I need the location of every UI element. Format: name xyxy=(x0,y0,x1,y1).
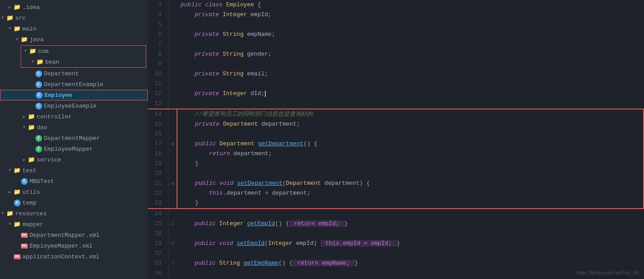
line-number: 10 xyxy=(148,69,168,79)
arrow-test xyxy=(7,168,13,173)
tree-item-java[interactable]: 📁 java xyxy=(0,34,148,45)
table-row: 28 xyxy=(148,229,644,239)
tree-item-utils[interactable]: 📁 utils xyxy=(0,187,148,197)
arrow-bean xyxy=(30,59,35,65)
code-line xyxy=(177,268,644,278)
gutter xyxy=(168,268,177,278)
xml-icon-empmapperxml: XML xyxy=(21,242,28,249)
folder-icon-utils: 📁 xyxy=(13,188,21,196)
tree-item-mbgtest[interactable]: G MBGTest xyxy=(0,176,148,187)
table-row: 19 } xyxy=(148,159,644,169)
code-table: 3 public class Employee { 4 private Inte… xyxy=(148,0,644,279)
gutter xyxy=(168,198,177,209)
gutter xyxy=(168,109,177,119)
code-line: return department; xyxy=(177,149,644,159)
code-line: public Integer getEmpId() { return empId… xyxy=(177,219,644,229)
tree-item-test[interactable]: 📁 test xyxy=(0,165,148,176)
tree-item-deptmapperxml[interactable]: XML DepartmentMapper.xml xyxy=(0,230,148,240)
tree-item-temp[interactable]: G temp xyxy=(0,197,148,208)
table-row: 10 private String email; xyxy=(148,69,644,79)
line-number: 5 xyxy=(148,20,168,30)
tree-label-temp: temp xyxy=(22,200,148,206)
table-row: 4 private Integer empId; xyxy=(148,10,644,20)
tree-item-src[interactable]: 📁 src xyxy=(0,13,148,23)
tree-item-main[interactable]: 📁 main xyxy=(0,23,148,34)
class-icon-employee: C xyxy=(35,92,43,99)
tree-label-mapper: mapper xyxy=(22,221,148,228)
gutter: ◁ xyxy=(168,179,177,188)
tree-label-service: service xyxy=(37,157,148,163)
table-row: 16 xyxy=(148,129,644,139)
gutter xyxy=(168,79,177,89)
code-line: this.department = department; xyxy=(177,188,644,198)
tree-item-controller[interactable]: 📁 controller xyxy=(0,111,148,122)
tree-item-bean[interactable]: 📁 bean xyxy=(21,57,146,67)
line-number: 24 xyxy=(148,209,168,219)
tree-item-employeeexample[interactable]: C EmployeeExample xyxy=(0,100,148,111)
arrow-utils xyxy=(7,189,13,195)
table-row: 3 public class Employee { xyxy=(148,0,644,10)
tree-item-departmentmapper[interactable]: I DepartmentMapper xyxy=(0,133,148,144)
tree-label-employee: Employee xyxy=(44,92,147,99)
class-icon-departmentmapper: I xyxy=(35,135,42,142)
line-number: 33 xyxy=(148,258,168,268)
line-number: 19 xyxy=(148,159,168,169)
arrow-controller xyxy=(22,114,27,119)
tree-item-resources[interactable]: 📁 resources xyxy=(0,208,148,219)
code-line: } xyxy=(177,159,644,169)
code-line xyxy=(177,248,644,258)
line-number: 23 xyxy=(148,198,168,209)
tree-item-employeemapper[interactable]: I EmployeeMapper xyxy=(0,144,148,154)
tree-label-java: java xyxy=(30,36,148,43)
code-editor: 3 public class Employee { 4 private Inte… xyxy=(148,0,644,279)
code-scroll[interactable]: 3 public class Employee { 4 private Inte… xyxy=(148,0,644,279)
tree-label-mbgtest: MBGTest xyxy=(30,178,148,185)
line-number: 28 xyxy=(148,229,168,239)
code-line: private Integer empId; xyxy=(177,10,644,20)
table-row: 23 } xyxy=(148,198,644,209)
tree-label-appcontextxml: applicationContext.xml xyxy=(22,253,148,260)
table-row: 29 □ public void setEmpId(Integer empId)… xyxy=(148,239,644,248)
folder-icon-java: 📁 xyxy=(21,36,28,43)
table-row: 12 private Integer dId; xyxy=(148,89,644,99)
arrow-idea xyxy=(7,4,13,10)
tree-label-bean: bean xyxy=(45,59,146,65)
tree-item-idea[interactable]: 📁 .idea xyxy=(0,2,148,13)
gutter xyxy=(168,10,177,20)
class-icon-departmentexample: C xyxy=(35,81,42,88)
tree-item-empmapperxml[interactable]: XML EmployeeMapper.xml xyxy=(0,240,148,251)
table-row: 21 ◁ public void setDepartment(Departmen… xyxy=(148,179,644,188)
code-line: private Integer dId; xyxy=(177,89,644,99)
tree-item-dao[interactable]: 📁 dao xyxy=(0,122,148,133)
line-number: 12 xyxy=(148,89,168,99)
gutter xyxy=(168,119,177,129)
line-number: 9 xyxy=(148,59,168,69)
code-line: //希望查询员工的同时部门信息也是查询好的 xyxy=(177,109,644,119)
tree-item-department[interactable]: C Department xyxy=(0,68,148,79)
file-tree: 📁 .idea 📁 src 📁 main 📁 java 📁 com 📁 xyxy=(0,0,148,279)
tree-item-mapper[interactable]: 📁 mapper xyxy=(0,219,148,230)
code-line xyxy=(177,99,644,109)
line-number: 6 xyxy=(148,30,168,39)
gutter xyxy=(168,30,177,39)
line-number: 36 xyxy=(148,268,168,278)
code-line: } xyxy=(177,198,644,209)
arrow-src xyxy=(0,15,5,21)
folder-icon-resources: 📁 xyxy=(6,210,13,217)
tree-item-employee[interactable]: C Employee xyxy=(0,90,148,100)
tree-label-departmentexample: DepartmentExample xyxy=(44,81,148,88)
folder-icon-bean: 📁 xyxy=(36,58,43,65)
tree-item-com[interactable]: 📁 com xyxy=(21,46,146,57)
folder-icon-dao: 📁 xyxy=(28,124,35,131)
table-row: 32 xyxy=(148,248,644,258)
tree-item-departmentexample[interactable]: C DepartmentExample xyxy=(0,79,148,90)
tree-item-appcontextxml[interactable]: XML applicationContext.xml xyxy=(0,251,148,262)
tree-item-service[interactable]: 📁 service xyxy=(0,154,148,165)
table-row: 22 this.department = department; xyxy=(148,188,644,198)
line-number: 8 xyxy=(148,49,168,59)
gutter: ◁ xyxy=(168,139,177,149)
code-line xyxy=(177,79,644,89)
gutter xyxy=(168,159,177,169)
table-row: 11 xyxy=(148,79,644,89)
code-line: private String empName; xyxy=(177,30,644,39)
